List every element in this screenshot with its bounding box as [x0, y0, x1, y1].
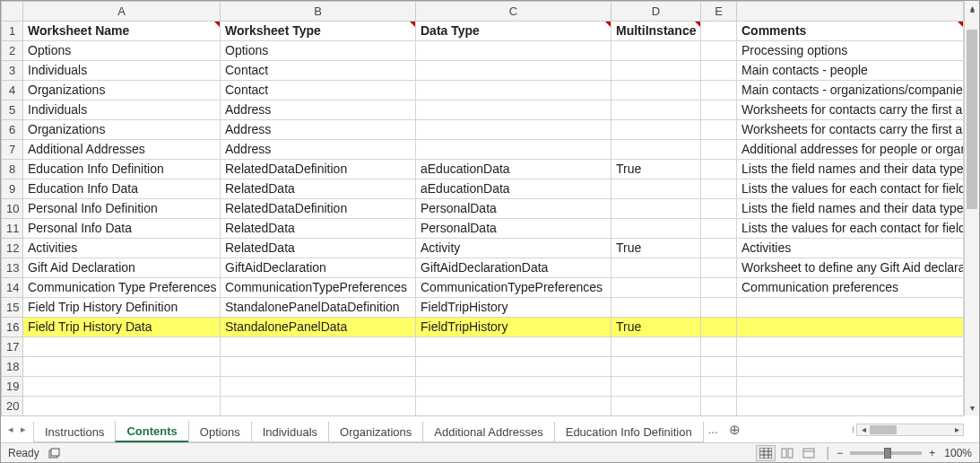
row-header[interactable]: 5 — [2, 100, 23, 120]
worksheet-tab[interactable]: Instructions — [33, 422, 116, 442]
cell[interactable]: Lists the values for each contact for fi… — [737, 219, 964, 239]
cell[interactable] — [701, 258, 737, 278]
row-header[interactable]: 15 — [2, 298, 23, 318]
cell[interactable]: CommunicationTypePreferences — [221, 278, 416, 298]
column-header-E[interactable]: E — [701, 2, 737, 22]
horizontal-scroll-thumb[interactable] — [870, 425, 897, 434]
cell[interactable]: Activities — [737, 239, 964, 258]
cell[interactable]: Contact — [221, 61, 416, 81]
row-header[interactable]: 9 — [2, 179, 23, 199]
row-header[interactable]: 20 — [2, 397, 23, 416]
cell[interactable] — [611, 377, 701, 397]
cell[interactable] — [611, 81, 701, 100]
cell[interactable] — [701, 199, 737, 219]
cell[interactable] — [611, 179, 701, 199]
scroll-right-arrow-icon[interactable]: ▸ — [950, 424, 963, 435]
cell[interactable]: Lists the field names and their data typ… — [737, 160, 964, 179]
cell[interactable] — [416, 120, 611, 140]
row-header[interactable]: 3 — [2, 61, 23, 81]
cell[interactable] — [611, 120, 701, 140]
cell[interactable]: FieldTripHistory — [416, 298, 611, 318]
row-header[interactable]: 13 — [2, 258, 23, 278]
cell[interactable]: Processing options — [737, 41, 964, 61]
column-header-D[interactable]: D — [611, 2, 701, 22]
column-header-C[interactable]: C — [416, 2, 611, 22]
worksheet-tab[interactable]: Options — [188, 422, 252, 442]
cell[interactable]: Lists the field names and their data typ… — [737, 199, 964, 219]
row-header[interactable]: 12 — [2, 239, 23, 258]
cell[interactable] — [23, 397, 221, 416]
cell[interactable]: Personal Info Definition — [23, 199, 221, 219]
cell[interactable]: Communication preferences — [737, 278, 964, 298]
vertical-scroll-thumb[interactable] — [967, 30, 977, 209]
cell[interactable] — [221, 397, 416, 416]
cell[interactable] — [611, 100, 701, 120]
cell[interactable] — [737, 337, 964, 357]
cell[interactable] — [701, 357, 737, 377]
cell[interactable]: Worksheets for contacts carry the first … — [737, 100, 964, 120]
cell[interactable] — [611, 61, 701, 81]
cell[interactable] — [416, 337, 611, 357]
worksheet-tab[interactable]: Individuals — [251, 422, 329, 442]
cell[interactable]: Address — [221, 120, 416, 140]
column-header-A[interactable]: A — [23, 2, 221, 22]
cell[interactable]: StandalonePanelDataDefinition — [221, 298, 416, 318]
row-header[interactable]: 4 — [2, 81, 23, 100]
spreadsheet-grid[interactable]: A B C D E 1Worksheet NameWorksheet TypeD… — [1, 1, 964, 415]
view-page-break-button[interactable] — [799, 445, 819, 461]
tab-nav-next-icon[interactable]: ▸ — [19, 424, 28, 435]
cell[interactable] — [416, 61, 611, 81]
cell[interactable] — [611, 199, 701, 219]
cell[interactable]: True — [611, 239, 701, 258]
cell[interactable] — [737, 357, 964, 377]
row-header[interactable]: 11 — [2, 219, 23, 239]
scroll-left-arrow-icon[interactable]: ◂ — [857, 424, 870, 435]
row-header[interactable]: 6 — [2, 120, 23, 140]
cell[interactable] — [737, 318, 964, 337]
cell[interactable]: Worksheet Name — [23, 22, 221, 41]
cell[interactable] — [701, 81, 737, 100]
row-header[interactable]: 18 — [2, 357, 23, 377]
cell[interactable]: RelatedData — [221, 179, 416, 199]
cell[interactable]: PersonalData — [416, 219, 611, 239]
select-all-corner[interactable] — [2, 2, 23, 22]
view-normal-button[interactable] — [756, 445, 776, 461]
cell[interactable]: Education Info Definition — [23, 160, 221, 179]
cell[interactable] — [611, 258, 701, 278]
tab-split-handle-icon[interactable]: ⁞ — [850, 424, 856, 434]
row-header[interactable]: 8 — [2, 160, 23, 179]
row-header[interactable]: 14 — [2, 278, 23, 298]
cell[interactable]: Worksheet to define any Gift Aid declara — [737, 258, 964, 278]
cell[interactable] — [221, 357, 416, 377]
cell[interactable] — [416, 357, 611, 377]
cell[interactable] — [611, 298, 701, 318]
vertical-scrollbar[interactable]: ▴ ▾ — [964, 15, 979, 415]
cell[interactable]: True — [611, 318, 701, 337]
scroll-down-arrow-icon[interactable]: ▾ — [965, 401, 979, 415]
cell[interactable]: Gift Aid Declaration — [23, 258, 221, 278]
view-page-layout-button[interactable] — [777, 445, 797, 461]
cell[interactable] — [416, 41, 611, 61]
row-header[interactable]: 1 — [2, 22, 23, 41]
tab-nav-prev-icon[interactable]: ◂ — [6, 424, 15, 435]
cell[interactable]: RelatedDataDefinition — [221, 160, 416, 179]
horizontal-scrollbar[interactable]: ◂ ▸ — [856, 424, 964, 436]
scroll-up-arrow-icon[interactable]: ▴ — [965, 1, 979, 15]
cell[interactable]: Field Trip History Definition — [23, 298, 221, 318]
zoom-slider-thumb[interactable] — [884, 448, 891, 459]
cell[interactable]: Education Info Data — [23, 179, 221, 199]
zoom-level-label[interactable]: 100% — [944, 447, 972, 459]
cell[interactable]: PersonalData — [416, 199, 611, 219]
cell[interactable] — [416, 100, 611, 120]
row-header[interactable]: 19 — [2, 377, 23, 397]
cell[interactable] — [611, 278, 701, 298]
cell[interactable] — [221, 377, 416, 397]
cell[interactable]: RelatedData — [221, 219, 416, 239]
cell[interactable]: MultiInstance — [611, 22, 701, 41]
cell[interactable] — [23, 337, 221, 357]
column-header-F[interactable] — [737, 2, 964, 22]
cell[interactable]: Activities — [23, 239, 221, 258]
cell[interactable]: FieldTripHistory — [416, 318, 611, 337]
cell[interactable]: Additional addresses for people or organ — [737, 140, 964, 160]
cell[interactable] — [701, 298, 737, 318]
